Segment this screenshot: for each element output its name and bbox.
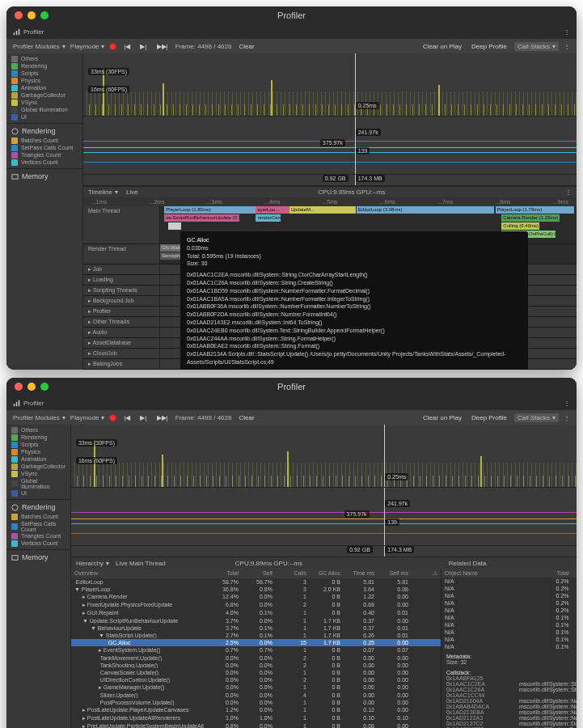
playmode-dropdown[interactable]: Playmode▾	[70, 43, 105, 50]
deep-profile-toggle[interactable]: Deep Profile	[469, 414, 509, 421]
related-row[interactable]: N/A0.2%30 B0.02	[441, 607, 577, 614]
prev-frame-button[interactable]: |◀	[121, 43, 133, 50]
thread-label[interactable]: ▸ Job	[83, 265, 160, 274]
zoom-icon[interactable]	[40, 11, 49, 19]
legend-item[interactable]: GarbageCollector	[11, 91, 78, 99]
legend-item[interactable]: Batches Count	[11, 513, 65, 520]
close-icon[interactable]	[15, 11, 23, 19]
legend-item[interactable]: Animation	[11, 455, 65, 463]
legend-item[interactable]: Triangles Count	[11, 532, 65, 540]
related-row[interactable]: N/A0.2%30 B0.02	[441, 599, 577, 607]
memory-chart[interactable]: 0.92 GB 174.3 MB	[71, 546, 577, 557]
modules-dropdown[interactable]: Profiler Modules▾	[13, 414, 65, 421]
minimize-icon[interactable]	[27, 11, 36, 19]
live-dropdown[interactable]: Live Main Thread	[116, 560, 166, 567]
timeline-bar[interactable]	[168, 222, 180, 230]
hierarchy-row[interactable]: ▼ StatsScript.Update()2.7%0.1%11.7 KB0.2…	[71, 632, 441, 639]
module-rendering[interactable]: Rendering	[11, 125, 78, 137]
legend-item[interactable]: Scripts	[11, 70, 78, 77]
legend-item[interactable]: UI	[11, 489, 65, 497]
clear-button[interactable]: Clear	[236, 43, 256, 50]
legend-item[interactable]: SetPass Calls Count	[11, 144, 78, 151]
related-row[interactable]: N/A0.2%48 B0.02	[441, 585, 577, 592]
clear-on-play-toggle[interactable]: Clear on Play	[420, 414, 464, 421]
thread-label[interactable]: ▸ CloudJob	[83, 349, 160, 358]
thread-label[interactable]: ▸ Other Threads	[83, 317, 160, 327]
hierarchy-row[interactable]: TankMovement.Update()0.0%0.0%20 B0.000.0…	[71, 654, 441, 662]
related-row[interactable]: N/A0.1%1.0 KB0.01	[441, 614, 577, 621]
thread-label[interactable]: ▸ Audio	[83, 328, 160, 337]
rendering-chart[interactable]: 241.97k 375.97k 139	[83, 116, 577, 175]
legend-item[interactable]: UI	[11, 113, 78, 121]
module-rendering[interactable]: Rendering	[11, 502, 65, 513]
legend-item[interactable]: Rendering	[11, 62, 78, 70]
frame-marker[interactable]	[355, 116, 356, 174]
hierarchy-row[interactable]: ▸ GUI.Repaint4.0%0.1%10 B0.400.01	[71, 609, 441, 617]
timeline-bar[interactable]: PlayerLoop (1.79ms)	[496, 206, 575, 214]
modules-dropdown[interactable]: Profiler Modules▾	[13, 43, 65, 50]
legend-item[interactable]: Scripts	[11, 441, 65, 448]
tab-profiler[interactable]: Profiler	[13, 400, 44, 407]
related-row[interactable]: N/A0.1%30 B0.01	[441, 629, 577, 636]
legend-item[interactable]: Triangles Count	[11, 151, 78, 159]
legend-item[interactable]: Batches Count	[11, 137, 78, 144]
related-row[interactable]: N/A0.2%32 B0.02	[441, 578, 577, 585]
kebab-icon[interactable]: ⋮	[564, 400, 570, 407]
callstacks-dropdown[interactable]: Call Stacks▾	[514, 413, 559, 422]
next-frame-button[interactable]: ▶|	[137, 414, 149, 421]
legend-item[interactable]: Vertices Count	[11, 159, 78, 166]
details-menu-icon[interactable]: ⋮	[565, 188, 572, 196]
module-memory[interactable]: Memory	[11, 171, 78, 182]
hierarchy-row[interactable]: ▸ PostLateUpdate.UpdateAllRenderers1.0%1…	[71, 714, 441, 722]
cpu-chart[interactable]: 33ms (30FPS) 16ms (60FPS) 0.25ms	[71, 425, 577, 488]
hierarchy-row[interactable]: TankShooting.Update()0.0%0.0%20 B0.000.0…	[71, 662, 441, 669]
legend-item[interactable]: Global Illumination	[11, 477, 65, 489]
legend-item[interactable]: Vertices Count	[11, 540, 65, 547]
hierarchy-row[interactable]: ▸ EventSystem.Update()0.7%0.7%10 B0.070.…	[71, 646, 441, 654]
legend-item[interactable]: SetPass Calls Count	[11, 520, 65, 532]
hierarchy-row[interactable]: EditorLoop58.7%58.7%30 B5.815.81	[71, 578, 441, 586]
hierarchy-row[interactable]: ▼ PlayerLoop36.8%0.8%32.0 KB3.640.08	[71, 586, 441, 593]
prev-frame-button[interactable]: |◀	[121, 414, 133, 421]
hierarchy-row[interactable]: UIDirectionControl.Update()0.0%0.0%20 B0…	[71, 676, 441, 684]
related-row[interactable]: N/A0.1%62 B0.01	[441, 636, 577, 643]
close-icon[interactable]	[15, 383, 23, 391]
timeline-bar[interactable]: ayerLoo...	[256, 206, 289, 214]
callstacks-dropdown[interactable]: Call Stacks▾	[514, 42, 559, 51]
thread-label[interactable]: ▸ Scripting Threads	[83, 286, 160, 295]
legend-item[interactable]: Others	[11, 426, 65, 434]
legend-item[interactable]: Physics	[11, 77, 78, 84]
timeline-bar[interactable]: Camera.Render (1.23ms)	[501, 214, 560, 222]
timeline-bar[interactable]: UpdateM...	[289, 206, 356, 214]
current-frame-button[interactable]: ▶▶|	[154, 414, 171, 421]
timeline-view[interactable]: ...1ms...2ms...3ms...4ms...5ms...6ms...7…	[83, 197, 577, 370]
timeline-bar[interactable]: ire.ScriptRunBehaviourUpdate (0.3...	[164, 214, 239, 222]
thread-label[interactable]: ▸ BakingJobs	[83, 359, 160, 369]
titlebar[interactable]: Profiler	[6, 378, 577, 396]
current-frame-button[interactable]: ▶▶|	[154, 43, 171, 50]
hierarchy-row[interactable]: ▸ PreLateUpdate.ParticleSystemBeginUpdat…	[71, 722, 441, 728]
titlebar[interactable]: Profiler	[6, 6, 577, 24]
frame-marker[interactable]	[384, 488, 385, 545]
hierarchy-row[interactable]: CanvasScaler.Update()0.0%0.0%10 B0.000.0…	[71, 669, 441, 676]
cpu-chart[interactable]: 33ms (30FPS) 16ms (60FPS) 0.25ms	[83, 53, 577, 116]
timeline-bar[interactable]: PlayerLoop (1.85ms)	[164, 206, 256, 214]
legend-item[interactable]: VSync	[11, 99, 78, 106]
hierarchy-row[interactable]: ▸ PostLateUpdate.PlayerUpdateCanvases1.2…	[71, 706, 441, 714]
related-row[interactable]: N/A0.2%48 B0.02	[441, 592, 577, 599]
legend-item[interactable]: Global Illumination	[11, 106, 78, 113]
record-button[interactable]	[109, 43, 116, 50]
thread-label[interactable]: Main Thread	[83, 206, 160, 243]
legend-item[interactable]: Others	[11, 55, 78, 62]
next-frame-button[interactable]: ▶|	[137, 43, 149, 50]
legend-item[interactable]: VSync	[11, 470, 65, 477]
thread-label[interactable]: ▸ Loading	[83, 275, 160, 285]
view-mode-dropdown[interactable]: Hierarchy ▾	[76, 560, 109, 567]
timeline-bar[interactable]: renderCam...	[256, 214, 281, 222]
related-row[interactable]: N/A0.1%30 B0.01	[441, 621, 577, 629]
clear-button[interactable]: Clear	[236, 414, 256, 421]
context-menu-icon[interactable]: ⋮	[564, 414, 570, 421]
memory-chart[interactable]: 0.92 GB 174.3 MB	[83, 175, 577, 186]
hierarchy-row[interactable]: PostProcessVolume.Update()0.0%0.0%10 B0.…	[71, 699, 441, 706]
hierarchy-row[interactable]: GC.Alloc2.5%0.0%151.7 KB0.250.00	[71, 639, 441, 646]
